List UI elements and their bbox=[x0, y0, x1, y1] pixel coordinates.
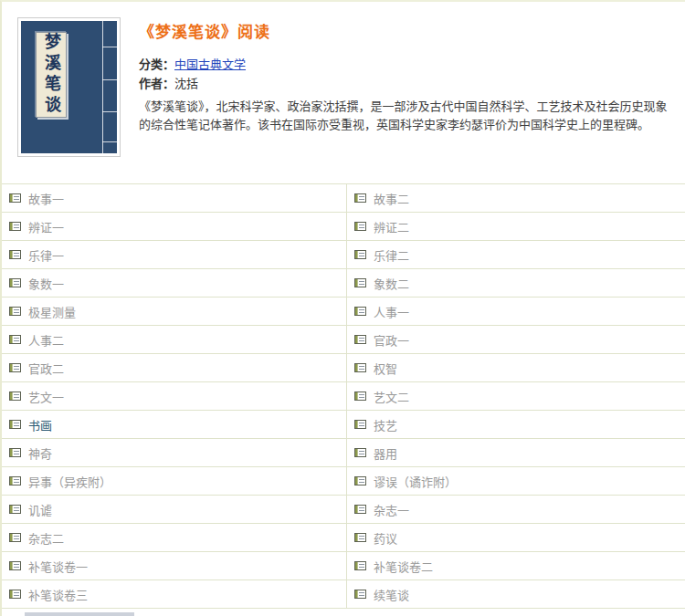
book-reading-page: 梦溪笔谈 《梦溪笔谈》阅读 分类：中国古典文学 作者：沈括 《梦溪笔谈》，北宋科… bbox=[0, 0, 685, 616]
document-icon bbox=[354, 505, 366, 514]
chapter-label: 官政二 bbox=[28, 360, 64, 377]
document-icon bbox=[354, 590, 366, 599]
document-icon bbox=[9, 392, 21, 401]
category-line: 分类：中国古典文学 bbox=[139, 55, 672, 74]
chapter-link[interactable]: 象数二 bbox=[347, 269, 685, 298]
document-icon bbox=[9, 448, 21, 457]
chapter-link[interactable]: 器用 bbox=[347, 439, 685, 467]
chapter-link[interactable]: 技艺 bbox=[347, 411, 685, 439]
binding-stitch bbox=[102, 79, 117, 80]
chapter-link[interactable]: 谬误（谲诈附） bbox=[347, 467, 685, 496]
document-icon bbox=[354, 533, 366, 542]
chapter-link[interactable]: 极星测量 bbox=[2, 298, 347, 326]
chapter-label: 辨证一 bbox=[28, 218, 64, 235]
cover-title-label: 梦溪笔谈 bbox=[36, 32, 67, 118]
chapter-link[interactable]: 辨证二 bbox=[347, 213, 685, 241]
page-title: 《梦溪笔谈》阅读 bbox=[139, 19, 672, 42]
document-icon bbox=[9, 307, 21, 316]
chapter-label: 杂志二 bbox=[28, 529, 64, 547]
chapter-label: 官政一 bbox=[374, 331, 409, 349]
chapter-link[interactable]: 艺文一 bbox=[2, 382, 347, 411]
author-line: 作者：沈括 bbox=[139, 74, 672, 93]
binding-stitch bbox=[102, 47, 117, 47]
binding-line bbox=[102, 21, 103, 153]
category-link[interactable]: 中国古典文学 bbox=[174, 57, 246, 71]
author-label: 作者： bbox=[139, 77, 174, 90]
book-cover: 梦溪笔谈 bbox=[17, 17, 121, 157]
book-description: 《梦溪笔谈》，北宋科学家、政治家沈括撰，是一部涉及古代中国自然科学、工艺技术及社… bbox=[139, 98, 672, 134]
chapter-label: 人事二 bbox=[28, 331, 64, 349]
chapter-link[interactable]: 补笔谈卷三 bbox=[2, 580, 347, 609]
chapter-link[interactable]: 人事二 bbox=[2, 326, 347, 354]
chapter-label: 补笔谈卷二 bbox=[374, 558, 433, 575]
chapter-link[interactable]: 人事一 bbox=[347, 298, 685, 326]
chapter-label: 乐律一 bbox=[28, 246, 64, 264]
chapter-link[interactable]: 讥谑 bbox=[2, 496, 347, 524]
document-icon bbox=[354, 307, 366, 316]
chapter-label: 书画 bbox=[28, 416, 52, 433]
chapter-label: 艺文二 bbox=[374, 388, 409, 405]
chapter-label: 谬误（谲诈附） bbox=[374, 473, 457, 490]
document-icon bbox=[9, 222, 21, 231]
chapter-link[interactable]: 故事一 bbox=[2, 184, 347, 213]
chapter-label: 技艺 bbox=[374, 416, 397, 433]
chapter-label: 权智 bbox=[374, 360, 397, 377]
chapter-link[interactable]: 杂志一 bbox=[347, 496, 685, 524]
document-icon bbox=[9, 335, 21, 344]
chapter-link[interactable]: 异事（异疾附） bbox=[2, 467, 347, 496]
cover-title-text: 梦溪笔谈 bbox=[39, 33, 63, 117]
chapter-label: 续笔谈 bbox=[374, 586, 409, 603]
chapter-link[interactable]: 续笔谈 bbox=[347, 580, 685, 609]
document-icon bbox=[354, 448, 366, 457]
chapter-label: 补笔谈卷三 bbox=[28, 586, 88, 603]
author-name: 沈括 bbox=[174, 77, 198, 90]
chapter-link[interactable]: 乐律二 bbox=[347, 241, 685, 269]
document-icon bbox=[354, 363, 366, 372]
document-icon bbox=[9, 590, 21, 599]
document-icon bbox=[9, 363, 21, 372]
chapter-label: 异事（异疾附） bbox=[28, 473, 111, 490]
chapter-label: 补笔谈卷一 bbox=[28, 558, 88, 575]
chapter-link[interactable]: 象数一 bbox=[2, 269, 347, 298]
chapter-link[interactable]: 官政二 bbox=[2, 354, 347, 382]
chapter-label: 艺文一 bbox=[28, 388, 64, 405]
document-icon bbox=[354, 476, 366, 485]
binding-stitch bbox=[102, 141, 117, 142]
chapter-link[interactable]: 乐律一 bbox=[2, 241, 347, 269]
document-icon bbox=[9, 278, 21, 287]
chapter-label: 故事二 bbox=[374, 190, 409, 207]
document-icon bbox=[354, 335, 366, 344]
chapter-link[interactable]: 杂志二 bbox=[2, 524, 347, 552]
document-icon bbox=[9, 476, 21, 485]
document-icon bbox=[354, 420, 366, 429]
document-icon bbox=[354, 278, 366, 287]
chapter-link[interactable]: 权智 bbox=[347, 354, 685, 382]
chapter-link[interactable]: 官政一 bbox=[347, 326, 685, 354]
document-icon bbox=[9, 505, 21, 514]
chapter-label: 极星测量 bbox=[28, 303, 76, 320]
chapter-link[interactable]: 辨证一 bbox=[2, 213, 347, 241]
chapter-label: 神奇 bbox=[28, 444, 52, 462]
document-icon bbox=[354, 250, 366, 259]
chapter-link[interactable]: 神奇 bbox=[2, 439, 347, 467]
document-icon bbox=[354, 561, 366, 570]
document-icon bbox=[354, 392, 366, 401]
clipped-bottom-element bbox=[25, 612, 134, 616]
chapter-label: 器用 bbox=[374, 444, 397, 462]
document-icon bbox=[354, 222, 366, 231]
category-label: 分类： bbox=[139, 57, 174, 71]
book-cover-art: 梦溪笔谈 bbox=[21, 21, 117, 153]
document-icon bbox=[9, 193, 21, 203]
chapter-link[interactable]: 故事二 bbox=[347, 184, 685, 213]
book-info: 《梦溪笔谈》阅读 分类：中国古典文学 作者：沈括 《梦溪笔谈》，北宋科学家、政治… bbox=[139, 17, 672, 157]
chapter-link[interactable]: 补笔谈卷一 bbox=[2, 552, 347, 580]
chapter-label: 人事一 bbox=[374, 303, 409, 320]
chapter-label: 讥谑 bbox=[28, 501, 52, 518]
chapter-link[interactable]: 药议 bbox=[347, 524, 685, 552]
document-icon bbox=[9, 533, 21, 542]
chapter-link[interactable]: 艺文二 bbox=[347, 382, 685, 411]
chapter-label: 乐律二 bbox=[374, 246, 409, 264]
document-icon bbox=[9, 420, 21, 429]
chapter-link[interactable]: 书画 bbox=[2, 411, 347, 439]
chapter-link[interactable]: 补笔谈卷二 bbox=[347, 552, 685, 580]
